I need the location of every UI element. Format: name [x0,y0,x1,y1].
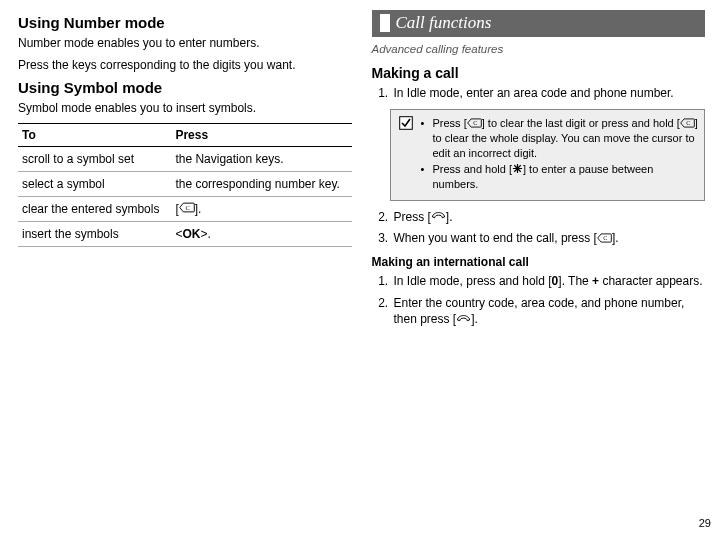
th-press: Press [171,123,351,146]
clear-icon: C [179,202,195,216]
number-mode-instr: Press the keys corresponding to the digi… [18,57,352,73]
banner-block-icon [380,14,390,32]
cell-to: clear the entered symbols [18,196,171,222]
tip-item: • Press and hold [] to enter a pause bet… [421,162,699,192]
step: Enter the country code, area code, and p… [392,295,706,328]
table-row: insert the symbols <OK>. [18,222,352,247]
tip-item: • Press [C] to clear the last digit or p… [421,116,699,160]
svg-text:C: C [603,236,607,242]
symbol-mode-table: To Press scroll to a symbol set the Navi… [18,123,352,248]
step: Press []. [392,209,706,226]
page-number: 29 [699,517,711,529]
checkbox-icon [397,116,415,193]
cell-press: <OK>. [171,222,351,247]
call-icon [456,312,471,328]
end-call-icon: C [597,231,612,247]
number-mode-desc: Number mode enables you to enter numbers… [18,35,352,51]
making-call-steps: In Idle mode, enter an area code and pho… [372,85,706,101]
step: In Idle mode, press and hold [0]. The + … [392,273,706,289]
symbol-mode-desc: Symbol mode enables you to insert symbol… [18,100,352,116]
heading-number-mode: Using Number mode [18,14,352,31]
call-icon [431,209,446,225]
svg-text:C: C [185,204,189,211]
cell-to: scroll to a symbol set [18,146,171,171]
heading-international-call: Making an international call [372,255,706,269]
th-to: To [18,123,171,146]
star-icon [512,163,523,177]
right-column: Call functions Advanced calling features… [372,10,706,333]
table-row: select a symbol the corresponding number… [18,171,352,196]
cell-press: the Navigation keys. [171,146,351,171]
section-subtitle: Advanced calling features [372,43,706,55]
cell-press: [C]. [171,196,351,222]
cell-press: the corresponding number key. [171,171,351,196]
step: In Idle mode, enter an area code and pho… [392,85,706,101]
svg-rect-1 [399,117,412,130]
heading-making-a-call: Making a call [372,65,706,81]
clear-icon: C [680,117,695,131]
step: When you want to end the call, press [C]… [392,230,706,247]
intl-call-steps: In Idle mode, press and hold [0]. The + … [372,273,706,327]
table-row: clear the entered symbols [C]. [18,196,352,222]
cell-to: insert the symbols [18,222,171,247]
ok-label: OK [182,227,200,241]
svg-text:C: C [686,121,690,127]
banner-title: Call functions [396,13,492,33]
table-row: scroll to a symbol set the Navigation ke… [18,146,352,171]
cell-to: select a symbol [18,171,171,196]
svg-text:C: C [473,121,477,127]
clear-icon: C [467,117,482,131]
making-call-steps-cont: Press []. When you want to end the call,… [372,209,706,248]
heading-symbol-mode: Using Symbol mode [18,79,352,96]
left-column: Using Number mode Number mode enables yo… [18,10,352,333]
tip-box: • Press [C] to clear the last digit or p… [390,109,706,200]
section-banner: Call functions [372,10,706,37]
